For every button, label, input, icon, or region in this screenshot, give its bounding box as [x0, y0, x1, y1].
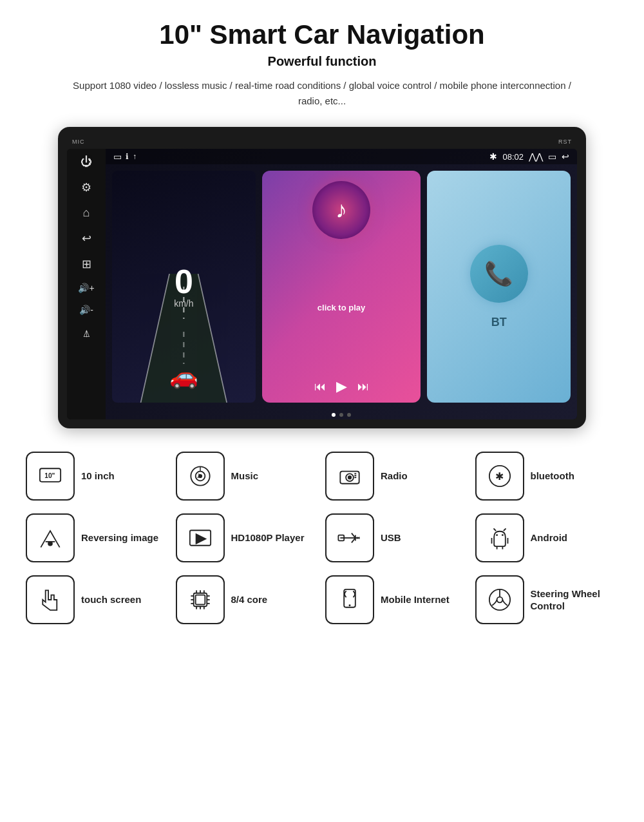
page-subtitle: Powerful function — [268, 54, 377, 69]
feature-steering: Steering Wheel Control — [475, 575, 619, 624]
android-icon-box — [475, 513, 524, 562]
feature-music-label: Music — [231, 470, 259, 483]
settings-icon[interactable]: ⚙ — [81, 180, 91, 195]
svg-line-34 — [503, 528, 506, 531]
usb-icon-box — [325, 513, 374, 562]
hd-icon-box — [176, 513, 225, 562]
bt-circle: 📞 — [470, 245, 528, 303]
svg-text:✱: ✱ — [495, 470, 504, 482]
mobile-icon-box — [325, 575, 374, 624]
feature-10inch: 10" 10 inch — [26, 452, 169, 501]
svg-point-32 — [501, 534, 503, 536]
device-top-bar: MIC RST — [67, 139, 577, 149]
feature-radio-label: Radio — [381, 470, 408, 483]
click-to-play-label: click to play — [317, 303, 365, 312]
volume-up-icon[interactable]: 🔊+ — [78, 283, 94, 293]
svg-point-56 — [497, 597, 502, 603]
main-screen: ▭ ℹ ↑ ✱ 08:02 ⋀⋀ ▭ ↩ 0 km/h — [106, 149, 577, 419]
car-icon: 🚗 — [169, 363, 198, 390]
apps-icon[interactable]: ⊞ — [82, 257, 91, 271]
dot-1 — [332, 413, 336, 417]
rst-label: RST — [558, 139, 572, 145]
arrows-icon: ⋀⋀ — [529, 151, 543, 162]
feature-android-label: Android — [531, 531, 568, 544]
pagination-dots — [106, 409, 577, 419]
svg-marker-23 — [195, 533, 207, 545]
feature-usb-label: USB — [381, 531, 401, 544]
feature-hd: HD1080P Player — [176, 513, 319, 562]
bluetooth-icon-box: ✱ — [475, 452, 524, 501]
touch-icon-box — [26, 575, 75, 624]
bt-phone-icon: 📞 — [484, 260, 513, 287]
feature-music: ♪ Music — [176, 452, 319, 501]
feature-radio: Radio — [325, 452, 469, 501]
bt-panel[interactable]: 📞 BT — [427, 171, 571, 403]
return-icon: ↩ — [562, 151, 569, 162]
play-button[interactable]: ▶ — [336, 378, 347, 395]
feature-reversing: Reversing image — [26, 513, 169, 562]
feature-hd-label: HD1080P Player — [231, 531, 305, 544]
status-bar: ▭ ℹ ↑ ✱ 08:02 ⋀⋀ ▭ ↩ — [106, 149, 577, 164]
cpu-icon-box — [176, 575, 225, 624]
status-time: 08:02 — [502, 152, 524, 162]
speed-panel: 0 km/h � — [112, 171, 256, 403]
screen-icon-box: 10" — [26, 452, 75, 501]
page-title: 10" Smart Car Navigation — [159, 19, 484, 50]
reversing-icon-box — [26, 513, 75, 562]
music-panel[interactable]: ♪ click to play ⏮ ▶ ⏭ — [262, 171, 421, 403]
home-icon[interactable]: ⌂ — [83, 206, 90, 220]
feature-android: Android — [475, 513, 619, 562]
feature-touch: touch screen — [26, 575, 169, 624]
features-grid: 10" 10 inch ♪ Music — [26, 452, 618, 624]
back-icon[interactable]: ↩ — [82, 231, 91, 245]
screen-mirror-icon: ▭ — [548, 151, 556, 162]
feature-reversing-label: Reversing image — [81, 531, 158, 544]
bt-label: BT — [491, 316, 507, 329]
info-icon: ℹ — [126, 152, 129, 161]
svg-point-14 — [348, 476, 351, 479]
feature-touch-label: touch screen — [81, 593, 141, 606]
svg-rect-40 — [195, 595, 205, 605]
wifi-icon: ↑ — [133, 152, 137, 161]
feature-10inch-label: 10 inch — [81, 470, 115, 483]
status-right: ✱ 08:02 ⋀⋀ ▭ ↩ — [489, 151, 569, 162]
feature-bluetooth: ✱ bluetooth — [475, 452, 619, 501]
feature-usb: USB — [325, 513, 469, 562]
prev-button[interactable]: ⏮ — [314, 380, 326, 394]
svg-point-31 — [496, 534, 498, 536]
svg-text:♪: ♪ — [196, 470, 201, 480]
speed-value: 0 — [175, 265, 193, 298]
device-frame: MIC RST ⏻ ⚙ ⌂ ↩ ⊞ 🔊+ 🔊- ⍋ — [58, 127, 586, 428]
radio-icon-box — [325, 452, 374, 501]
feature-mobile-label: Mobile Internet — [381, 593, 450, 606]
mic-label: MIC — [72, 139, 85, 145]
music-controls: ⏮ ▶ ⏭ — [314, 378, 369, 395]
speed-unit: km/h — [174, 298, 193, 309]
window-icon: ▭ — [113, 151, 122, 162]
power-icon[interactable]: ⏻ — [80, 155, 92, 169]
feature-core: 8/4 core — [176, 575, 319, 624]
device-screen: ⏻ ⚙ ⌂ ↩ ⊞ 🔊+ 🔊- ⍋ ▭ ℹ ↑ — [67, 149, 577, 419]
feature-bluetooth-label: bluetooth — [531, 470, 574, 483]
status-left: ▭ ℹ ↑ — [113, 151, 137, 162]
music-note-icon: ♪ — [336, 196, 347, 224]
music-album-art: ♪ — [312, 181, 370, 239]
feature-core-label: 8/4 core — [231, 593, 268, 606]
svg-point-21 — [48, 542, 52, 546]
volume-down-icon[interactable]: 🔊- — [79, 305, 93, 315]
panels-container: 0 km/h � — [106, 164, 577, 409]
navigation-icon[interactable]: ⍋ — [83, 327, 90, 340]
bluetooth-status-icon: ✱ — [489, 151, 497, 162]
feature-mobile: Mobile Internet — [325, 575, 469, 624]
feature-steering-label: Steering Wheel Control — [531, 588, 619, 613]
page-description: Support 1080 video / lossless music / re… — [71, 78, 573, 109]
next-button[interactable]: ⏭ — [357, 380, 369, 394]
steering-icon-box — [475, 575, 524, 624]
svg-line-33 — [493, 528, 496, 531]
dot-3 — [347, 413, 351, 417]
svg-text:10": 10" — [44, 472, 55, 479]
svg-point-54 — [349, 604, 351, 606]
sidebar: ⏻ ⚙ ⌂ ↩ ⊞ 🔊+ 🔊- ⍋ — [67, 149, 106, 419]
dot-2 — [339, 413, 343, 417]
music-icon-box: ♪ — [176, 452, 225, 501]
